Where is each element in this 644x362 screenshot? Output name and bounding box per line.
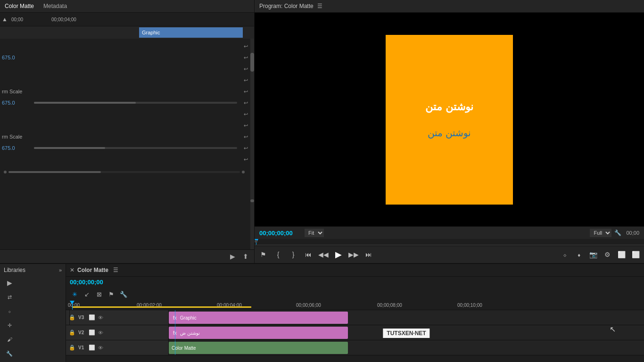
extra-btn-2[interactable]: ⬜	[630, 249, 641, 260]
bottom-timeline-area: Libraries » ▶ ⇄ ⬦ ✛ 🖌 🔧 1 of 2 items sel…	[0, 263, 644, 362]
reset-btn-10[interactable]: ↩	[241, 145, 250, 151]
marker-button[interactable]: ⚑	[257, 249, 269, 260]
graphic-bar-container: Graphic	[0, 26, 254, 39]
wrench-icon[interactable]: 🔧	[614, 230, 621, 236]
track-eye-v1[interactable]: 👁	[98, 345, 103, 351]
clip-colormatte[interactable]: Color Matte	[169, 342, 348, 354]
reset-btn-7[interactable]: ↩	[241, 111, 250, 117]
insert-nav-button[interactable]: ⬦	[4, 305, 15, 317]
end-timecode: 00;00	[626, 230, 639, 236]
left-tab-colormatte[interactable]: Color Matte	[5, 3, 34, 9]
brush-button[interactable]: 🖌	[4, 334, 15, 345]
graphic-clip-bar[interactable]: Graphic	[139, 27, 243, 38]
insert-button[interactable]: ⬦	[559, 249, 570, 260]
track-eye-v3[interactable]: 👁	[98, 315, 103, 321]
libraries-expand[interactable]: »	[59, 267, 62, 273]
track-eye-v2[interactable]: 👁	[98, 330, 103, 336]
playhead-bar[interactable]	[255, 239, 644, 246]
prop-row-8: ↩	[0, 120, 254, 131]
settings-button[interactable]: ⚙	[602, 249, 613, 260]
go-to-out-button[interactable]: ⏭	[363, 249, 374, 260]
track-content-v1[interactable]: Color Matte	[169, 340, 644, 355]
prop-row-3: ↩	[0, 63, 254, 74]
libraries-panel: Libraries » ▶ ⇄ ⬦ ✛ 🖌 🔧 1 of 2 items sel…	[0, 264, 66, 362]
left-bottom-bar: ▶ ⬆	[0, 249, 254, 263]
go-to-in-button[interactable]: ⏮	[303, 249, 314, 260]
ruler-mark-10: 00;00;10;00	[457, 303, 482, 308]
properties-area: ↩ 675.0 ↩ ↩ ↩ rm Scale ↩ 675.0 ↩	[0, 39, 254, 249]
ripple-tool[interactable]: ✳	[70, 289, 79, 299]
track-content-v2[interactable]: fx نوشتن ض TUTSXEN·NET	[169, 325, 644, 340]
monitor-title: Program: Color Matte	[259, 3, 314, 9]
reset-btn-11[interactable]: ↩	[241, 156, 250, 163]
track-select-tool[interactable]: ↙	[82, 289, 91, 299]
quality-dropdown[interactable]: Full	[590, 229, 611, 237]
shuttle-button[interactable]: ⇄	[4, 291, 15, 303]
timeline-header-bar: ✕ Color Matte ☰	[66, 264, 644, 277]
step-forward-button[interactable]: ▶▶	[348, 249, 359, 260]
nav-controls: ▶ ⇄ ⬦ ✛ 🖌 🔧	[4, 277, 62, 359]
lock-icon-v1[interactable]: 🔒	[69, 345, 75, 351]
left-tab-metadata[interactable]: Metadata	[43, 3, 67, 9]
lock-icon-v3[interactable]: 🔒	[69, 314, 75, 321]
prop-label-scale1: rm Scale	[2, 89, 40, 94]
timeline-ruler: 00;00 00;00;02;00 00;00;04;00 00;00;06;0…	[66, 301, 644, 310]
reset-btn-6[interactable]: ↩	[241, 100, 250, 106]
extra-btn-1[interactable]: ⬜	[616, 249, 627, 260]
reset-btn-4[interactable]: ↩	[241, 77, 250, 83]
arabic-text-top: نوشتن متن	[425, 101, 473, 113]
cursor-area: ↖	[610, 325, 616, 334]
timeline-title: Color Matte	[77, 267, 108, 273]
monitor-controls-bar: 00;00;00;00 Fit Full 🔧 00;00	[255, 226, 644, 239]
adjust-button[interactable]: 🔧	[4, 348, 15, 359]
timeline-close-button[interactable]: ✕	[70, 267, 74, 273]
track-controls-v2: 🔒 V2 ⬜ 👁	[66, 325, 169, 340]
track-toggle-v1[interactable]: ⬜	[89, 345, 95, 351]
effect-timeline-header: ▲ 00;00 00;00;04;00	[0, 13, 254, 26]
timeline-menu-icon[interactable]: ☰	[113, 267, 118, 273]
marker-tool[interactable]: ⚑	[107, 289, 116, 299]
track-toggle-v3[interactable]: ⬜	[89, 314, 95, 321]
export-frame-button[interactable]: 📷	[587, 249, 599, 260]
prop-row-4: ↩	[0, 74, 254, 86]
playback-controls: ⚑ { } ⏮ ◀◀ ▶ ▶▶ ⏭ ⬦ ⬧ 📷 ⚙ ⬜ ⬜	[255, 246, 644, 263]
collapse-button[interactable]: ▲	[0, 15, 9, 24]
track-toggle-v2[interactable]: ⬜	[89, 329, 95, 336]
razor-tool[interactable]: ⊠	[94, 289, 104, 299]
in-point-button[interactable]: {	[272, 249, 284, 260]
reset-btn-1[interactable]: ↩	[241, 43, 250, 49]
export-icon[interactable]: ⬆	[241, 252, 250, 261]
reset-btn-8[interactable]: ↩	[241, 123, 250, 129]
wrench-tool[interactable]: 🔧	[119, 289, 128, 299]
ruler-mark-6: 00;00;06;00	[296, 303, 321, 308]
play-button[interactable]: ▶	[333, 249, 344, 260]
out-point-button[interactable]: }	[288, 249, 299, 260]
track-rows: 🔒 V3 ⬜ 👁 fx Graphic 🔒	[66, 310, 644, 362]
prop-slider-2[interactable]	[34, 147, 237, 149]
track-controls-v3: 🔒 V3 ⬜ 👁	[66, 310, 169, 325]
track-content-v3[interactable]: fx Graphic	[169, 310, 644, 325]
prop-row-value1: 675.0 ↩	[0, 52, 254, 63]
play-nav-button[interactable]: ▶	[4, 277, 15, 288]
monitor-header: Program: Color Matte ☰	[255, 0, 644, 13]
reset-btn-2[interactable]: ↩	[241, 55, 250, 61]
fit-dropdown[interactable]: Fit	[305, 229, 324, 237]
clip-graphic[interactable]: fx Graphic	[169, 312, 348, 324]
clip-arabic[interactable]: fx نوشتن ض	[169, 327, 348, 339]
lift-button[interactable]: ⬧	[573, 249, 585, 260]
video-preview: نوشتن متن نوشتن متن	[255, 13, 644, 226]
prop-slider-1[interactable]	[34, 102, 237, 104]
transform-button[interactable]: ✛	[4, 320, 15, 331]
monitor-menu-icon[interactable]: ☰	[317, 3, 322, 9]
reset-btn-3[interactable]: ↩	[241, 66, 250, 72]
prop-row-7: ↩	[0, 108, 254, 120]
step-back-button[interactable]: ◀◀	[318, 249, 329, 260]
prop-row-value3: 675.0 ↩	[0, 142, 254, 154]
reset-btn-5[interactable]: ↩	[241, 89, 250, 95]
lock-icon-v2[interactable]: 🔒	[69, 329, 75, 336]
right-controls-group: ⬦ ⬧ 📷 ⚙ ⬜ ⬜	[559, 249, 641, 260]
reset-btn-9[interactable]: ↩	[241, 134, 250, 140]
prop-value-2: 675.0	[2, 100, 30, 106]
orange-card: نوشتن متن نوشتن متن	[386, 35, 513, 205]
play-icon[interactable]: ▶	[228, 252, 237, 261]
